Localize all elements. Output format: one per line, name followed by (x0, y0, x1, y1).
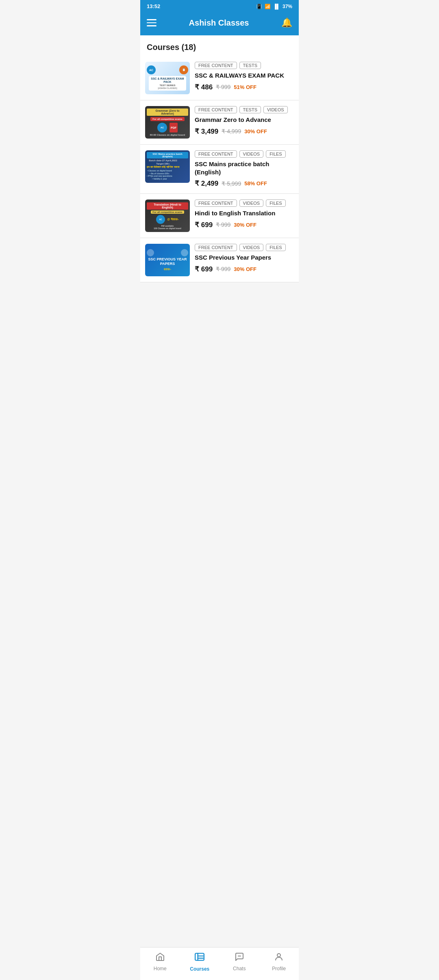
course-tag: FREE CONTENT (195, 62, 237, 69)
status-time: 13:52 (147, 3, 160, 9)
course-tags: FREE CONTENTVIDEOSFILES (195, 150, 294, 158)
course-card-4[interactable]: Translation (Hindi to English) For all c… (140, 194, 299, 238)
course-tag: TESTS (239, 106, 261, 113)
course-tag: FILES (266, 244, 286, 251)
courses-heading: Courses (18) (140, 35, 299, 56)
price-row: ₹ 2,499 ₹ 5,999 58% OFF (195, 179, 294, 188)
course-tag: VIDEOS (239, 199, 264, 207)
price-current: ₹ 486 (195, 83, 213, 91)
course-info: FREE CONTENTTESTSVIDEOS Grammar Zero to … (195, 106, 294, 136)
header-title: Ashish Classes (162, 18, 276, 28)
course-thumbnail: Grammar (Zero to Advance) For all compet… (145, 106, 190, 139)
price-original: ₹ 999 (216, 84, 230, 90)
signal-icon: ▐▌ (273, 4, 280, 9)
course-thumbnail: SSC Mains practice batch (English) Batch… (145, 150, 190, 183)
price-current: ₹ 3,499 (195, 127, 218, 136)
courses-list: AC 📋 SSC & RAILWAYS EXAM PACK TEST SERIE… (140, 56, 299, 282)
course-card-1[interactable]: AC 📋 SSC & RAILWAYS EXAM PACK TEST SERIE… (140, 56, 299, 100)
course-thumbnail: AC 📋 SSC & RAILWAYS EXAM PACK TEST SERIE… (145, 62, 190, 94)
course-card-3[interactable]: SSC Mains practice batch (English) Batch… (140, 145, 299, 194)
course-info: FREE CONTENTVIDEOSFILES SSC Mains practi… (195, 150, 294, 188)
course-info: FREE CONTENTVIDEOSFILES Hindi to English… (195, 199, 294, 229)
course-tags: FREE CONTENTTESTSVIDEOS (195, 106, 294, 113)
course-tag: FILES (266, 150, 286, 158)
price-current: ₹ 2,499 (195, 179, 218, 188)
status-bar: 13:52 📳 📶 ▐▌ 37% (140, 0, 299, 13)
course-tag: VIDEOS (263, 106, 288, 113)
wifi-icon: 📶 (265, 4, 271, 9)
course-tag: FILES (266, 199, 286, 207)
battery-text: 37% (283, 4, 292, 9)
menu-button[interactable] (147, 19, 156, 26)
course-card-5[interactable]: SSC PREVIOUS YEAR PAPERS 699/- FREE CONT… (140, 238, 299, 282)
course-card-2[interactable]: Grammar (Zero to Advance) For all compet… (140, 100, 299, 145)
course-thumbnail: Translation (Hindi to English) For all c… (145, 199, 190, 232)
course-tag: FREE CONTENT (195, 106, 237, 113)
courses-scroll-area: Courses (18) AC 📋 SSC & RAILWAYS EXAM PA… (140, 35, 299, 315)
discount-badge: 58% OFF (244, 180, 267, 186)
course-tags: FREE CONTENTVIDEOSFILES (195, 199, 294, 207)
course-tags: FREE CONTENTVIDEOSFILES (195, 244, 294, 251)
course-tag: FREE CONTENT (195, 199, 237, 207)
course-tag: VIDEOS (239, 244, 264, 251)
price-original: ₹ 999 (216, 266, 230, 272)
notification-bell-icon[interactable]: 🔔 (281, 17, 292, 28)
price-current: ₹ 699 (195, 265, 213, 273)
price-row: ₹ 3,499 ₹ 4,999 30% OFF (195, 127, 294, 136)
course-thumbnail: SSC PREVIOUS YEAR PAPERS 699/- (145, 244, 190, 276)
course-tag: FREE CONTENT (195, 244, 237, 251)
course-title: Grammar Zero to Advance (195, 116, 294, 124)
price-original: ₹ 4,999 (222, 128, 241, 134)
price-original: ₹ 999 (216, 221, 230, 228)
discount-badge: 51% OFF (234, 84, 256, 90)
course-tags: FREE CONTENTTESTS (195, 62, 294, 69)
course-title: SSC Previous Year Papers (195, 254, 294, 262)
course-title: Hindi to English Translation (195, 209, 294, 217)
discount-badge: 30% OFF (244, 128, 267, 134)
course-tag: VIDEOS (239, 150, 264, 158)
price-original: ₹ 5,999 (222, 180, 241, 187)
course-title: SSC & RAILWAYS EXAM PACK (195, 72, 294, 80)
price-row: ₹ 699 ₹ 999 30% OFF (195, 265, 294, 273)
app-header: Ashish Classes 🔔 (140, 13, 299, 35)
price-current: ₹ 699 (195, 221, 213, 229)
price-row: ₹ 486 ₹ 999 51% OFF (195, 83, 294, 91)
vibrate-icon: 📳 (256, 4, 262, 9)
course-title: SSC Mains practice batch (English) (195, 160, 294, 176)
course-info: FREE CONTENTVIDEOSFILES SSC Previous Yea… (195, 244, 294, 273)
course-tag: TESTS (239, 62, 261, 69)
price-row: ₹ 699 ₹ 999 30% OFF (195, 221, 294, 229)
status-right: 📳 📶 ▐▌ 37% (256, 4, 292, 9)
course-info: FREE CONTENTTESTS SSC & RAILWAYS EXAM PA… (195, 62, 294, 91)
course-tag: FREE CONTENT (195, 150, 237, 158)
discount-badge: 30% OFF (234, 222, 256, 228)
discount-badge: 30% OFF (234, 266, 256, 272)
